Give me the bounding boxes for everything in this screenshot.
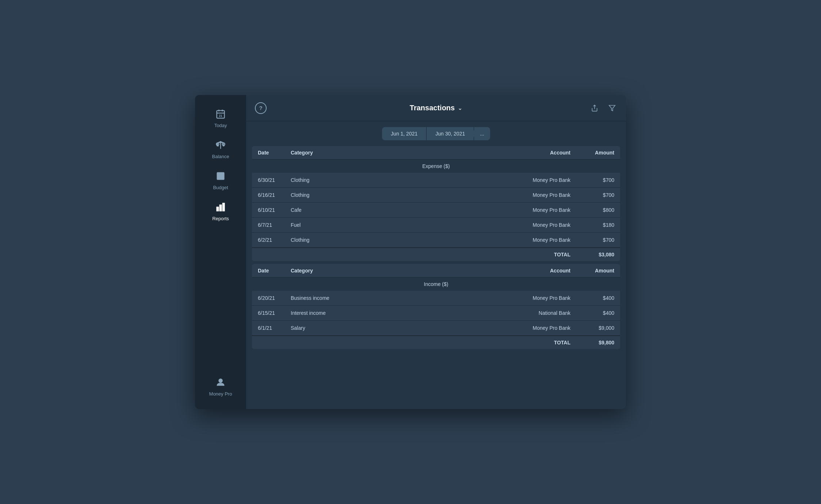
expense-category-1: Clothing [291,177,497,183]
date-column-header: Date [258,150,291,156]
expense-amount-4: $180 [570,222,614,228]
expense-category-3: Cafe [291,207,497,213]
budget-icon [214,169,227,183]
expense-amount-2: $700 [570,192,614,198]
expense-category-2: Clothing [291,192,497,198]
expense-account-4: Money Pro Bank [497,222,570,228]
table-row[interactable]: 6/30/21 Clothing Money Pro Bank $700 [252,173,620,188]
income-category-column-header: Category [291,268,497,274]
expense-date-4: 6/7/21 [258,222,291,228]
income-account-3: Money Pro Bank [497,325,570,331]
income-total-row: TOTAL $9,800 [252,336,620,349]
expense-account-3: Money Pro Bank [497,207,570,213]
expense-total-row: TOTAL $3,080 [252,248,620,261]
income-account-column-header: Account [497,268,570,274]
header-left: ? [255,102,267,114]
page-title: Transactions [410,104,455,112]
table-row[interactable]: 6/16/21 Clothing Money Pro Bank $700 [252,188,620,203]
expense-section-header: Expense ($) [252,160,620,173]
table-row[interactable]: 6/10/21 Cafe Money Pro Bank $800 [252,203,620,218]
sidebar-item-reports[interactable]: Reports [195,195,246,226]
income-table-header: Date Category Account Amount [252,264,620,278]
svg-rect-15 [220,205,222,211]
date-bar: Jun 1, 2021 Jun 30, 2021 ... [246,121,626,146]
svg-rect-14 [217,207,219,211]
share-button[interactable] [589,103,600,113]
income-date-2: 6/15/21 [258,310,291,316]
expense-date-2: 6/16/21 [258,192,291,198]
sidebar: 21 Today Balance [195,95,246,409]
income-total-label: TOTAL [497,340,570,345]
sidebar-item-balance[interactable]: Balance [195,133,246,164]
table-row[interactable]: 6/7/21 Fuel Money Pro Bank $180 [252,218,620,233]
sidebar-item-budget[interactable]: Budget [195,164,246,195]
income-category-2: Interest income [291,310,497,316]
income-total-amount: $9,800 [570,340,614,345]
income-category-1: Business income [291,295,497,301]
help-button[interactable]: ? [255,102,267,114]
income-section-header: Income ($) [252,278,620,291]
expense-category-4: Fuel [291,222,497,228]
expense-date-1: 6/30/21 [258,177,291,183]
sidebar-item-budget-label: Budget [213,185,228,190]
filter-button[interactable] [607,103,617,113]
header-title-area[interactable]: Transactions ⌄ [410,104,462,112]
expense-category-5: Clothing [291,237,497,243]
income-date-column-header: Date [258,268,291,274]
calendar-icon: 21 [214,107,227,121]
app-frame: 21 Today Balance [195,95,626,409]
income-date-1: 6/20/21 [258,295,291,301]
expense-amount-3: $800 [570,207,614,213]
header: ? Transactions ⌄ [246,95,626,121]
table-row[interactable]: 6/20/21 Business income Money Pro Bank $… [252,291,620,306]
reports-icon [214,201,227,214]
income-amount-2: $400 [570,310,614,316]
table-row[interactable]: 6/15/21 Interest income National Bank $4… [252,306,620,321]
sidebar-item-today[interactable]: 21 Today [195,102,246,133]
expense-account-1: Money Pro Bank [497,177,570,183]
content-area: Date Category Account Amount Expense ($)… [246,146,626,409]
sidebar-item-reports-label: Reports [212,216,229,221]
header-right [589,103,617,113]
title-chevron-icon: ⌄ [458,104,462,111]
expense-account-2: Money Pro Bank [497,192,570,198]
svg-point-17 [219,379,222,382]
expense-date-5: 6/2/21 [258,237,291,243]
person-icon [214,376,227,389]
expense-total-label: TOTAL [497,252,570,257]
income-amount-1: $400 [570,295,614,301]
expense-table-header: Date Category Account Amount [252,146,620,160]
expense-table: Date Category Account Amount Expense ($)… [252,146,620,261]
category-column-header: Category [291,150,497,156]
svg-marker-19 [609,105,615,111]
income-account-1: Money Pro Bank [497,295,570,301]
expense-total-amount: $3,080 [570,252,614,257]
balance-icon [214,138,227,152]
table-row[interactable]: 6/2/21 Clothing Money Pro Bank $700 [252,233,620,248]
expense-date-3: 6/10/21 [258,207,291,213]
svg-text:21: 21 [219,114,222,118]
income-amount-3: $9,000 [570,325,614,331]
sidebar-bottom-label: Money Pro [209,391,232,397]
help-label: ? [259,105,262,111]
expense-amount-5: $700 [570,237,614,243]
expense-account-5: Money Pro Bank [497,237,570,243]
date-end-button[interactable]: Jun 30, 2021 [427,127,474,140]
income-table: Date Category Account Amount Income ($) … [252,264,620,349]
sidebar-item-balance-label: Balance [212,154,229,159]
date-start-button[interactable]: Jun 1, 2021 [382,127,427,140]
income-amount-column-header: Amount [570,268,614,274]
income-category-3: Salary [291,325,497,331]
sidebar-item-moneypro[interactable]: Money Pro [195,371,246,402]
svg-rect-16 [223,203,225,211]
income-date-3: 6/1/21 [258,325,291,331]
expense-amount-1: $700 [570,177,614,183]
income-account-2: National Bank [497,310,570,316]
sidebar-item-today-label: Today [214,123,227,128]
table-row[interactable]: 6/1/21 Salary Money Pro Bank $9,000 [252,321,620,336]
amount-column-header: Amount [570,150,614,156]
main-content: ? Transactions ⌄ [246,95,626,409]
account-column-header: Account [497,150,570,156]
